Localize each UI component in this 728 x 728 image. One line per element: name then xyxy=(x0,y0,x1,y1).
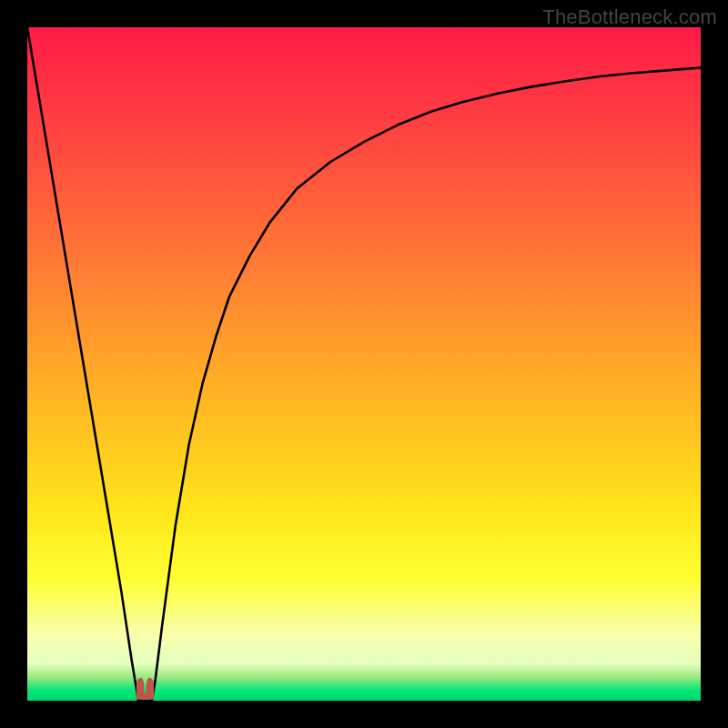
chart-frame: TheBottleneck.com xyxy=(0,0,728,728)
watermark-text: TheBottleneck.com xyxy=(542,5,717,29)
plot-svg xyxy=(27,27,701,701)
chart-background xyxy=(27,27,701,701)
plot-area xyxy=(27,27,701,701)
